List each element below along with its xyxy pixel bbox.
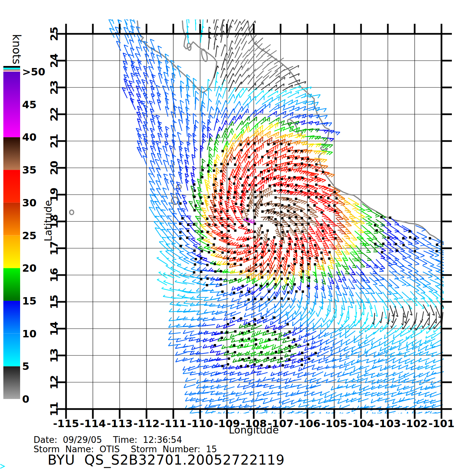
x-tick-label: -110 [187,417,213,429]
x-tick-label: -113 [107,417,133,429]
x-tick-label: -109 [214,417,240,429]
stray-barb-mark [0,464,4,468]
colorbar-tick-label: 45 [22,98,37,111]
wind-barb-field [109,10,453,418]
colorbar-tick-label: 10 [22,328,37,340]
x-tick-label: -115 [53,417,79,429]
isla-cerralvo [200,49,209,62]
black-flag [3,66,20,68]
x-tick-label: -104 [348,417,374,429]
y-tick-label: 14 [48,321,60,336]
x-tick-label: -108 [241,417,267,429]
colorbar [3,66,20,399]
y-tick-label: 23 [48,80,60,94]
colorbar-tick-label: 5 [22,360,29,372]
x-tick-label: -105 [321,417,347,429]
x-tick-label: -101 [428,417,455,429]
colorbar-tick-label: 25 [22,229,37,242]
colorbar-tick-label: >50 [22,66,45,78]
y-tick-label: 16 [48,268,60,282]
x-tick-label: -102 [402,417,428,429]
y-tick-label: 11 [48,402,60,416]
colorbar-tick-label: 40 [22,131,37,143]
colorbar-tick-label: 35 [22,164,37,176]
y-tick-label: 20 [48,160,60,175]
y-tick-label: 13 [48,348,60,362]
x-tick-label: -107 [267,417,294,429]
y-tick-label: 24 [48,53,60,68]
x-tick-label: -112 [133,417,160,429]
colorbar-title: knots [10,34,23,64]
baja-california-coast [137,21,217,93]
wind-field-svg [0,0,476,469]
product-id-line: BYU QS_S2B32701.20052722119 [48,452,285,468]
colorbar-tick-label: 15 [22,295,37,307]
y-tick-label: 21 [48,134,60,148]
x-tick-label: -103 [375,417,401,429]
cyan-flag [3,68,20,69]
y-tick-label: 22 [48,107,60,121]
date-time-line: Date: 09/29/05 Time: 12:36:54 [34,435,182,445]
colorbar-tick-label: 20 [22,262,37,274]
y-tick-label: 19 [48,187,60,202]
colorbar-tick-label: 30 [22,197,37,209]
wind-plot-canvas: knots >50454035302520151050 Latitude Lon… [0,0,476,469]
y-tick-label: 25 [48,26,60,41]
y-tick-label: 18 [48,214,60,228]
x-tick-label: -111 [160,417,186,429]
x-tick-label: -114 [80,417,106,429]
y-tick-label: 12 [48,375,60,389]
gray-flag [3,69,20,71]
y-tick-label: 17 [48,241,60,255]
isla-clarion [70,210,74,215]
y-tick-label: 15 [48,294,60,309]
x-tick-label: -106 [294,417,320,429]
colorbar-tick-label: 0 [22,393,29,405]
